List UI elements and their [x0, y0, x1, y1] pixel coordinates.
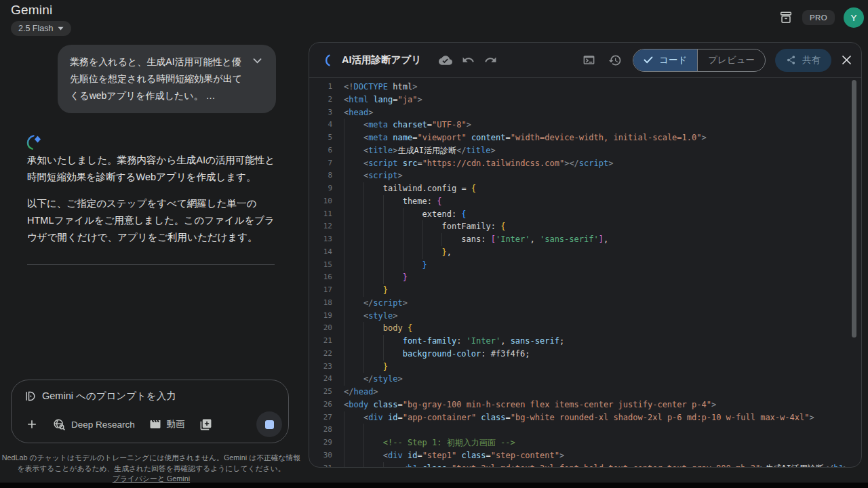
- indent-guide: [344, 361, 363, 373]
- tab-preview[interactable]: プレビュー: [697, 49, 765, 71]
- share-button[interactable]: 共有: [775, 49, 831, 72]
- prompt-composer[interactable]: Gemini へのプロンプトを入力 Deep Research 動画: [11, 380, 289, 443]
- indent-guide: [344, 284, 363, 297]
- indent-guide: [344, 233, 363, 246]
- line-number: 4: [316, 119, 332, 131]
- stop-button[interactable]: [256, 411, 282, 437]
- line-number: 1: [316, 81, 332, 94]
- indent-guide: [344, 436, 363, 449]
- line-number: 7: [316, 157, 332, 170]
- line-number: 5: [316, 131, 332, 144]
- code-line: 20body {: [316, 322, 861, 335]
- line-number: 11: [316, 208, 332, 221]
- line-number: 31: [316, 462, 332, 468]
- code-line: 16}: [316, 271, 861, 284]
- code-editor[interactable]: 1<!DOCTYPE html>2<html lang="ja">3<head>…: [309, 79, 861, 467]
- video-button[interactable]: 動画: [149, 418, 185, 430]
- chevron-down-icon[interactable]: [253, 58, 262, 64]
- line-number: 15: [316, 259, 332, 272]
- footer-disclaimer: NedLab のチャットはモデルのトレーニングには使用されません。Gemini …: [1, 453, 302, 485]
- indent-guide: [383, 233, 403, 246]
- redo-icon[interactable]: [484, 54, 497, 66]
- privacy-link[interactable]: プライバシーと Gemini: [113, 474, 190, 483]
- line-number: 28: [316, 424, 332, 436]
- code-line: 19<style>: [316, 310, 861, 323]
- indent-guide: [344, 322, 363, 335]
- terminal-icon[interactable]: [583, 54, 595, 66]
- view-toggle: コード プレビュー: [633, 49, 766, 72]
- code-line: 18</script>: [316, 297, 861, 310]
- code-line: 26<body class="bg-gray-100 min-h-screen …: [316, 399, 861, 411]
- indent-guide: [383, 208, 403, 221]
- indent-guide: [363, 335, 383, 348]
- indent-guide: [363, 284, 383, 297]
- indent-guide: [363, 462, 383, 468]
- code-line: 31<h1 class="text-2xl md:text-3xl font-b…: [316, 462, 861, 468]
- code-line: 7<script src="https://cdn.tailwindcss.co…: [316, 157, 861, 170]
- bottom-strip: [0, 483, 868, 488]
- avatar[interactable]: Y: [844, 7, 864, 28]
- indent-guide: [344, 335, 363, 348]
- line-number: 6: [316, 144, 332, 157]
- indent-guide: [344, 411, 363, 424]
- line-number: 29: [316, 436, 332, 449]
- code-line: 30<div id="step1" class="step-content">: [316, 449, 861, 462]
- code-line: 21font-family: 'Inter', sans-serif;: [316, 335, 861, 348]
- line-number: 16: [316, 271, 332, 284]
- code-line: 13sans: ['Inter', 'sans-serif'],: [316, 233, 861, 246]
- history-icon[interactable]: [608, 54, 622, 67]
- line-number: 30: [316, 449, 332, 462]
- line-number: 3: [316, 106, 332, 119]
- line-number: 12: [316, 220, 332, 233]
- canvas-title: AI活用診断アプリ: [342, 54, 421, 66]
- tab-code[interactable]: コード: [633, 49, 697, 71]
- line-number: 8: [316, 169, 332, 182]
- composer-toolbar: Deep Research 動画: [12, 411, 288, 437]
- close-icon[interactable]: [842, 55, 852, 65]
- share-label: 共有: [802, 54, 821, 66]
- prompt-input[interactable]: Gemini へのプロンプトを入力: [42, 390, 176, 403]
- line-number: 14: [316, 246, 332, 259]
- archive-icon[interactable]: [778, 10, 793, 25]
- scrollbar-thumb[interactable]: [852, 80, 856, 338]
- plus-icon[interactable]: [25, 418, 39, 431]
- indent-guide: [403, 246, 422, 259]
- line-number: 23: [316, 361, 332, 373]
- canvas-header: AI活用診断アプリ コード プレビュー: [309, 43, 861, 78]
- code-line: 1<!DOCTYPE html>: [316, 81, 861, 94]
- code-line: 5<meta name="viewport" content="width=de…: [316, 131, 861, 144]
- indent-guide: [363, 322, 383, 335]
- code-line: 8<script>: [316, 169, 861, 182]
- indent-guide: [422, 233, 442, 246]
- indent-guide: [344, 157, 363, 170]
- tab-preview-label: プレビュー: [708, 54, 755, 66]
- indent-guide: [344, 259, 363, 272]
- indent-guide: [383, 348, 403, 361]
- video-label: 動画: [167, 418, 185, 430]
- indent-guide: [383, 195, 403, 208]
- deep-research-button[interactable]: Deep Research: [53, 418, 135, 431]
- cloud-done-icon[interactable]: [439, 54, 452, 67]
- indent-guide: [403, 208, 422, 221]
- line-number: 9: [316, 182, 332, 195]
- indent-guide: [363, 348, 383, 361]
- indent-guide: [363, 220, 383, 233]
- code-line: 3<head>: [316, 106, 861, 119]
- code-lines: 1<!DOCTYPE html>2<html lang="ja">3<head>…: [316, 81, 861, 467]
- response-paragraph: 以下に、ご指定のステップをすべて網羅した単一のHTMLファイルをご用意しました。…: [27, 195, 279, 246]
- model-selector-label: 2.5 Flash: [18, 24, 53, 33]
- line-number: 24: [316, 373, 332, 386]
- line-number: 19: [316, 310, 332, 323]
- response-divider: [27, 264, 275, 265]
- undo-icon[interactable]: [462, 54, 475, 66]
- model-selector[interactable]: 2.5 Flash: [11, 21, 71, 36]
- gemini-sparkle-icon: [25, 134, 43, 152]
- indent-guide: [422, 220, 442, 233]
- library-add-icon[interactable]: [199, 418, 212, 431]
- indent-guide: [403, 220, 422, 233]
- share-icon: [786, 55, 796, 65]
- code-line: 10theme: {: [316, 195, 861, 208]
- indent-guide: [344, 169, 363, 182]
- indent-guide: [383, 462, 403, 468]
- indent-guide: [344, 462, 363, 468]
